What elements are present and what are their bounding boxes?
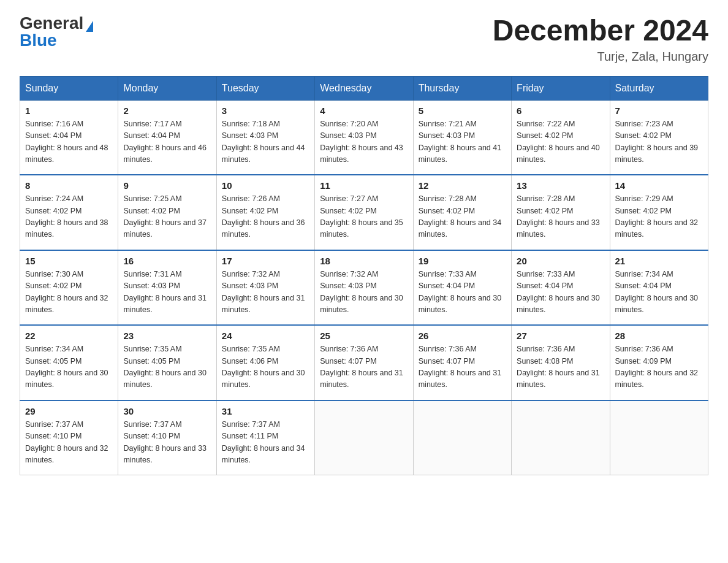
table-row: 28 Sunrise: 7:36 AM Sunset: 4:09 PM Dayl… [610, 325, 708, 400]
table-row: 17 Sunrise: 7:32 AM Sunset: 4:03 PM Dayl… [216, 250, 314, 326]
sunrise-label: Sunrise: 7:26 AM [222, 194, 280, 203]
table-row: 24 Sunrise: 7:35 AM Sunset: 4:06 PM Dayl… [216, 325, 314, 400]
sunset-label: Sunset: 4:07 PM [419, 357, 475, 366]
sunset-label: Sunset: 4:04 PM [25, 131, 82, 140]
table-row: 15 Sunrise: 7:30 AM Sunset: 4:02 PM Dayl… [20, 250, 118, 326]
day-number: 10 [222, 180, 309, 191]
day-number: 30 [123, 406, 211, 416]
sunrise-label: Sunrise: 7:36 AM [615, 345, 673, 353]
sunrise-label: Sunrise: 7:21 AM [419, 120, 477, 128]
day-info: Sunrise: 7:36 AM Sunset: 4:08 PM Dayligh… [517, 343, 604, 391]
sunrise-label: Sunrise: 7:17 AM [123, 120, 181, 128]
table-row: 2 Sunrise: 7:17 AM Sunset: 4:04 PM Dayli… [118, 100, 216, 175]
daylight-label: Daylight: 8 hours and 34 minutes. [419, 218, 502, 239]
daylight-label: Daylight: 8 hours and 34 minutes. [222, 444, 305, 464]
daylight-label: Daylight: 8 hours and 48 minutes. [25, 144, 108, 164]
sunrise-label: Sunrise: 7:29 AM [615, 194, 673, 203]
sunset-label: Sunset: 4:02 PM [320, 207, 376, 215]
day-info: Sunrise: 7:21 AM Sunset: 4:03 PM Dayligh… [419, 118, 506, 166]
day-number: 11 [320, 180, 408, 191]
daylight-label: Daylight: 8 hours and 36 minutes. [222, 218, 305, 239]
day-info: Sunrise: 7:17 AM Sunset: 4:04 PM Dayligh… [123, 118, 211, 166]
day-number: 4 [320, 105, 408, 116]
sunset-label: Sunset: 4:05 PM [123, 357, 180, 366]
daylight-label: Daylight: 8 hours and 32 minutes. [25, 444, 108, 464]
table-row: 13 Sunrise: 7:28 AM Sunset: 4:02 PM Dayl… [512, 175, 610, 250]
day-number: 7 [615, 105, 703, 116]
day-number: 29 [25, 406, 113, 416]
day-number: 13 [517, 180, 604, 191]
sunset-label: Sunset: 4:04 PM [615, 282, 672, 290]
day-info: Sunrise: 7:30 AM Sunset: 4:02 PM Dayligh… [25, 269, 113, 316]
sunset-label: Sunset: 4:02 PM [517, 131, 573, 140]
col-tuesday: Tuesday [216, 76, 314, 100]
sunrise-label: Sunrise: 7:23 AM [615, 120, 673, 128]
day-number: 1 [25, 105, 113, 116]
daylight-label: Daylight: 8 hours and 39 minutes. [615, 144, 699, 164]
sunrise-label: Sunrise: 7:36 AM [517, 345, 575, 353]
table-row: 26 Sunrise: 7:36 AM Sunset: 4:07 PM Dayl… [413, 325, 511, 400]
day-info: Sunrise: 7:31 AM Sunset: 4:03 PM Dayligh… [123, 269, 211, 316]
sunset-label: Sunset: 4:02 PM [419, 207, 475, 215]
day-number: 27 [517, 331, 604, 341]
sunset-label: Sunset: 4:09 PM [615, 357, 672, 366]
daylight-label: Daylight: 8 hours and 30 minutes. [419, 294, 502, 314]
sunset-label: Sunset: 4:02 PM [25, 282, 82, 290]
sunset-label: Sunset: 4:04 PM [419, 282, 475, 290]
day-info: Sunrise: 7:35 AM Sunset: 4:05 PM Dayligh… [123, 343, 211, 391]
page-header: General Blue December 2024 Turje, Zala, … [20, 15, 708, 64]
sunset-label: Sunset: 4:02 PM [25, 207, 82, 215]
sunrise-label: Sunrise: 7:32 AM [320, 270, 378, 278]
sunset-label: Sunset: 4:02 PM [517, 207, 573, 215]
day-number: 24 [222, 331, 309, 341]
sunrise-label: Sunrise: 7:22 AM [517, 120, 575, 128]
sunrise-label: Sunrise: 7:35 AM [123, 345, 181, 353]
sunset-label: Sunset: 4:07 PM [320, 357, 376, 366]
day-info: Sunrise: 7:36 AM Sunset: 4:07 PM Dayligh… [320, 343, 408, 391]
sunrise-label: Sunrise: 7:32 AM [222, 270, 280, 278]
sunset-label: Sunset: 4:02 PM [123, 207, 180, 215]
table-row: 12 Sunrise: 7:28 AM Sunset: 4:02 PM Dayl… [413, 175, 511, 250]
month-title: December 2024 [493, 15, 708, 47]
sunset-label: Sunset: 4:03 PM [222, 131, 278, 140]
day-info: Sunrise: 7:28 AM Sunset: 4:02 PM Dayligh… [419, 193, 506, 241]
sunrise-label: Sunrise: 7:31 AM [123, 270, 181, 278]
header-right: December 2024 Turje, Zala, Hungary [493, 15, 708, 64]
sunset-label: Sunset: 4:03 PM [320, 282, 376, 290]
day-info: Sunrise: 7:34 AM Sunset: 4:05 PM Dayligh… [25, 343, 113, 391]
table-row [610, 400, 708, 475]
table-row: 16 Sunrise: 7:31 AM Sunset: 4:03 PM Dayl… [118, 250, 216, 326]
sunset-label: Sunset: 4:02 PM [615, 131, 672, 140]
day-number: 19 [419, 256, 506, 266]
daylight-label: Daylight: 8 hours and 38 minutes. [25, 218, 108, 239]
table-row: 9 Sunrise: 7:25 AM Sunset: 4:02 PM Dayli… [118, 175, 216, 250]
day-number: 12 [419, 180, 506, 191]
sunrise-label: Sunrise: 7:24 AM [25, 194, 83, 203]
day-info: Sunrise: 7:33 AM Sunset: 4:04 PM Dayligh… [419, 269, 506, 316]
sunrise-label: Sunrise: 7:37 AM [222, 420, 280, 429]
sunrise-label: Sunrise: 7:36 AM [320, 345, 378, 353]
sunrise-label: Sunrise: 7:37 AM [123, 420, 181, 429]
day-number: 25 [320, 331, 408, 341]
day-number: 26 [419, 331, 506, 341]
daylight-label: Daylight: 8 hours and 35 minutes. [320, 218, 403, 239]
sunrise-label: Sunrise: 7:18 AM [222, 120, 280, 128]
daylight-label: Daylight: 8 hours and 31 minutes. [123, 294, 207, 314]
day-number: 15 [25, 256, 113, 266]
calendar-week-row: 29 Sunrise: 7:37 AM Sunset: 4:10 PM Dayl… [20, 400, 708, 475]
table-row [413, 400, 511, 475]
daylight-label: Daylight: 8 hours and 31 minutes. [419, 369, 502, 389]
sunset-label: Sunset: 4:03 PM [123, 282, 180, 290]
day-info: Sunrise: 7:16 AM Sunset: 4:04 PM Dayligh… [25, 118, 113, 166]
daylight-label: Daylight: 8 hours and 33 minutes. [517, 218, 600, 239]
daylight-label: Daylight: 8 hours and 44 minutes. [222, 144, 305, 164]
table-row: 18 Sunrise: 7:32 AM Sunset: 4:03 PM Dayl… [315, 250, 413, 326]
sunset-label: Sunset: 4:06 PM [222, 357, 278, 366]
daylight-label: Daylight: 8 hours and 31 minutes. [222, 294, 305, 314]
day-info: Sunrise: 7:22 AM Sunset: 4:02 PM Dayligh… [517, 118, 604, 166]
calendar-table: Sunday Monday Tuesday Wednesday Thursday… [20, 76, 708, 476]
day-info: Sunrise: 7:36 AM Sunset: 4:09 PM Dayligh… [615, 343, 703, 391]
day-number: 21 [615, 256, 703, 266]
day-info: Sunrise: 7:25 AM Sunset: 4:02 PM Dayligh… [123, 193, 211, 241]
daylight-label: Daylight: 8 hours and 33 minutes. [123, 444, 207, 464]
